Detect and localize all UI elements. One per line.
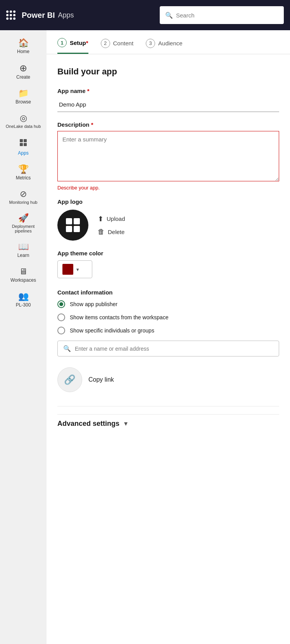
sidebar-item-learn[interactable]: 📖 Learn bbox=[0, 239, 47, 262]
sidebar-item-deployment[interactable]: 🚀 Deployment pipelines bbox=[0, 210, 47, 237]
sidebar-label-learn: Learn bbox=[17, 253, 29, 258]
search-box[interactable]: 🔍 bbox=[160, 6, 284, 24]
sidebar-item-pl300[interactable]: 👥 PL-300 bbox=[0, 288, 47, 312]
onelake-icon: ◎ bbox=[20, 114, 27, 122]
sidebar-label-monitoring: Monitoring hub bbox=[9, 200, 38, 205]
color-picker-button[interactable]: ▾ bbox=[57, 260, 92, 278]
sidebar-item-metrics[interactable]: 🏆 Metrics bbox=[0, 161, 47, 184]
app-name-label: App name * bbox=[57, 88, 279, 94]
tab-audience-label: Audience bbox=[158, 40, 183, 46]
radio-publisher-label: Show app publisher bbox=[70, 301, 117, 307]
sidebar-item-monitoring[interactable]: ⊘ Monitoring hub bbox=[0, 186, 47, 208]
theme-color-label: App theme color bbox=[57, 250, 279, 257]
search-input[interactable] bbox=[176, 12, 278, 19]
svg-rect-6 bbox=[66, 226, 72, 232]
brand-logo: Power BI Apps bbox=[22, 11, 74, 20]
svg-rect-2 bbox=[20, 143, 23, 146]
svg-rect-0 bbox=[20, 139, 23, 142]
upload-icon: ⬆ bbox=[98, 215, 104, 223]
sidebar-label-workspaces: Workspaces bbox=[10, 277, 36, 283]
tab-bar: 1 Setup* 2 Content 3 Audience bbox=[47, 30, 290, 54]
sidebar-label-apps: Apps bbox=[18, 150, 28, 156]
sidebar-item-home[interactable]: 🏠 Home bbox=[0, 35, 47, 58]
app-name-field: App name * bbox=[57, 88, 279, 121]
svg-rect-4 bbox=[66, 218, 72, 224]
delete-button[interactable]: 🗑 Delete bbox=[98, 228, 125, 236]
svg-rect-7 bbox=[74, 226, 80, 232]
radio-individuals-label: Show specific individuals or groups bbox=[70, 327, 154, 334]
divider bbox=[57, 406, 279, 406]
page-title: Build your app bbox=[57, 67, 279, 77]
upload-label: Upload bbox=[107, 215, 125, 222]
form-content: Build your app App name * Description * … bbox=[47, 54, 290, 440]
sidebar-label-deployment: Deployment pipelines bbox=[3, 224, 43, 233]
contact-search-icon: 🔍 bbox=[63, 345, 71, 352]
logo-actions: ⬆ Upload 🗑 Delete bbox=[98, 215, 125, 236]
tab-content[interactable]: 2 Content bbox=[101, 39, 134, 53]
upload-button[interactable]: ⬆ Upload bbox=[98, 215, 125, 223]
app-launcher-button[interactable] bbox=[6, 10, 16, 20]
delete-icon: 🗑 bbox=[98, 228, 105, 236]
create-icon: ⊕ bbox=[19, 64, 27, 73]
tab-content-number: 2 bbox=[101, 39, 110, 48]
sidebar: 🏠 Home ⊕ Create 📁 Browse ◎ OneLake data … bbox=[0, 30, 47, 644]
monitoring-icon: ⊘ bbox=[20, 190, 27, 198]
description-input[interactable] bbox=[57, 131, 279, 181]
workspaces-icon: 🖥 bbox=[19, 267, 28, 276]
svg-rect-3 bbox=[24, 143, 27, 146]
contact-section: Contact information Show app publisher S… bbox=[57, 289, 279, 356]
svg-rect-1 bbox=[24, 139, 27, 142]
contact-search-box[interactable]: 🔍 bbox=[57, 341, 279, 356]
radio-workspace-circle bbox=[57, 313, 65, 321]
advanced-chevron-icon: ▾ bbox=[124, 419, 128, 428]
brand-section: Apps bbox=[58, 11, 74, 19]
topbar: Power BI Apps 🔍 bbox=[0, 0, 290, 30]
logo-row: ⬆ Upload 🗑 Delete bbox=[57, 210, 279, 241]
sidebar-label-metrics: Metrics bbox=[16, 175, 31, 181]
description-field: Description * Describe your app. bbox=[57, 121, 279, 191]
browse-icon: 📁 bbox=[18, 89, 29, 98]
tab-setup-number: 1 bbox=[57, 38, 67, 47]
tab-setup[interactable]: 1 Setup* bbox=[57, 38, 88, 54]
sidebar-label-onelake: OneLake data hub bbox=[6, 124, 41, 129]
copy-link-label: Copy link bbox=[88, 376, 114, 383]
advanced-settings-label: Advanced settings bbox=[57, 420, 119, 428]
contact-search-input[interactable] bbox=[75, 346, 273, 352]
description-label: Description * bbox=[57, 121, 279, 128]
radio-workspace[interactable]: Show items contacts from the workspace bbox=[57, 313, 279, 321]
tab-setup-label: Setup* bbox=[70, 40, 88, 46]
main-content: 1 Setup* 2 Content 3 Audience Build your… bbox=[47, 30, 290, 644]
sidebar-item-workspaces[interactable]: 🖥 Workspaces bbox=[0, 263, 47, 287]
radio-group: Show app publisher Show items contacts f… bbox=[57, 300, 279, 334]
sidebar-label-browse: Browse bbox=[16, 99, 31, 105]
radio-publisher-circle bbox=[57, 300, 65, 308]
color-chevron-icon: ▾ bbox=[76, 267, 79, 272]
sidebar-label-create: Create bbox=[16, 74, 30, 80]
color-swatch bbox=[62, 264, 73, 275]
radio-individuals-circle bbox=[57, 327, 65, 334]
radio-publisher[interactable]: Show app publisher bbox=[57, 300, 279, 308]
metrics-icon: 🏆 bbox=[18, 165, 29, 174]
advanced-settings-toggle[interactable]: Advanced settings ▾ bbox=[57, 414, 279, 428]
apps-icon bbox=[19, 138, 28, 149]
sidebar-item-onelake[interactable]: ◎ OneLake data hub bbox=[0, 110, 47, 133]
deployment-icon: 🚀 bbox=[18, 214, 29, 222]
home-icon: 🏠 bbox=[18, 39, 29, 47]
description-error: Describe your app. bbox=[57, 185, 279, 191]
sidebar-item-browse[interactable]: 📁 Browse bbox=[0, 85, 47, 108]
sidebar-label-pl300: PL-300 bbox=[16, 302, 31, 308]
app-name-input[interactable] bbox=[57, 97, 279, 112]
svg-rect-5 bbox=[74, 218, 80, 224]
contact-label: Contact information bbox=[57, 289, 279, 296]
tab-content-label: Content bbox=[113, 40, 134, 46]
tab-audience[interactable]: 3 Audience bbox=[146, 39, 183, 53]
link-icon: 🔗 bbox=[64, 374, 76, 385]
sidebar-item-create[interactable]: ⊕ Create bbox=[0, 60, 47, 84]
radio-individuals[interactable]: Show specific individuals or groups bbox=[57, 327, 279, 334]
app-logo-preview bbox=[57, 210, 88, 241]
sidebar-item-apps[interactable]: Apps bbox=[0, 134, 47, 160]
radio-workspace-label: Show items contacts from the workspace bbox=[70, 314, 168, 320]
copy-link-button[interactable]: 🔗 bbox=[57, 367, 82, 392]
copy-link-section: 🔗 Copy link bbox=[57, 367, 279, 392]
learn-icon: 📖 bbox=[18, 243, 29, 251]
